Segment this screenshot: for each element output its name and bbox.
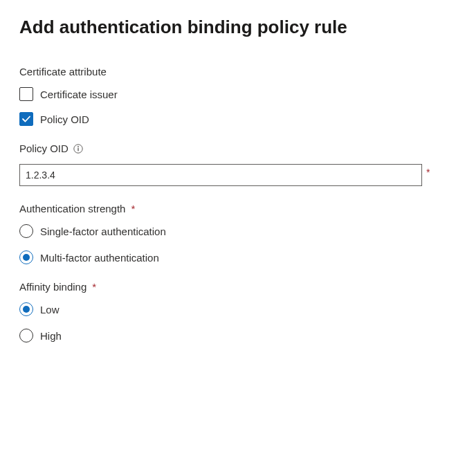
check-icon (21, 114, 31, 124)
certificate-attribute-group: Certificate attribute Certificate issuer… (19, 66, 446, 126)
multi-factor-radio[interactable] (19, 250, 33, 264)
policy-oid-checkbox[interactable] (19, 112, 33, 126)
affinity-high-label: High (40, 330, 62, 342)
multi-factor-radio-row[interactable]: Multi-factor authentication (19, 250, 446, 264)
svg-rect-2 (78, 147, 78, 151)
affinity-high-radio[interactable] (19, 329, 33, 342)
policy-oid-field-group: Policy OID * (19, 143, 446, 186)
affinity-binding-label: Affinity binding* (19, 281, 446, 293)
affinity-low-radio[interactable] (19, 302, 33, 316)
policy-oid-input[interactable] (19, 164, 422, 186)
certificate-issuer-label: Certificate issuer (40, 89, 118, 100)
policy-oid-checkbox-label: Policy OID (40, 113, 89, 125)
affinity-low-label: Low (40, 304, 60, 315)
required-indicator: * (426, 167, 430, 178)
authentication-strength-label: Authentication strength* (19, 203, 446, 214)
certificate-attribute-label: Certificate attribute (19, 66, 446, 77)
affinity-high-radio-row[interactable]: High (19, 329, 446, 342)
policy-oid-checkbox-row[interactable]: Policy OID (19, 112, 446, 126)
policy-oid-label: Policy OID (19, 143, 446, 154)
authentication-strength-group: Authentication strength* Single-factor a… (19, 203, 446, 264)
svg-point-1 (78, 146, 79, 147)
certificate-issuer-checkbox[interactable] (19, 87, 33, 101)
single-factor-radio-row[interactable]: Single-factor authentication (19, 224, 446, 238)
info-icon[interactable] (73, 143, 84, 154)
single-factor-radio[interactable] (19, 224, 33, 238)
affinity-low-radio-row[interactable]: Low (19, 302, 446, 316)
single-factor-label: Single-factor authentication (40, 226, 166, 237)
certificate-issuer-checkbox-row[interactable]: Certificate issuer (19, 87, 446, 101)
multi-factor-label: Multi-factor authentication (40, 252, 159, 264)
page-title: Add authentication binding policy rule (19, 17, 446, 38)
affinity-binding-group: Affinity binding* Low High (19, 281, 446, 342)
